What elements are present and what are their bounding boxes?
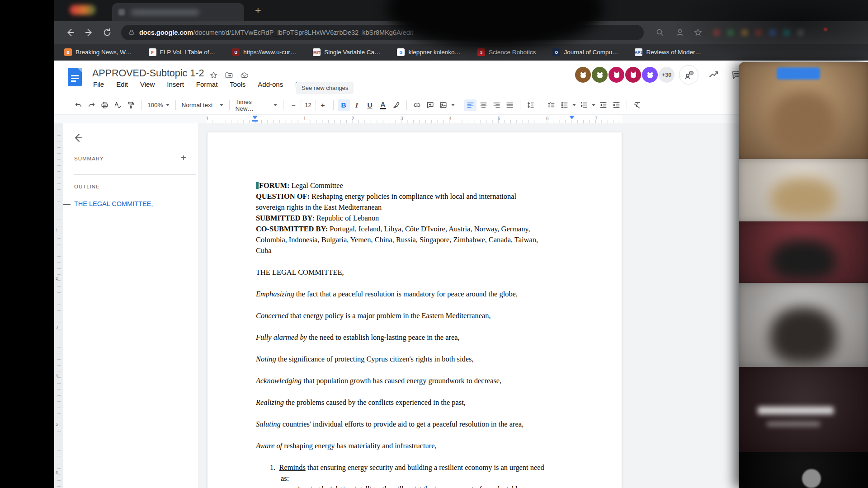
insert-image-button[interactable] [437, 99, 449, 111]
menu-item[interactable]: Tools [230, 80, 245, 88]
redo-button[interactable] [85, 99, 98, 111]
doc-paragraph[interactable]: Fully alarmed by the need to establish l… [256, 332, 573, 343]
new-tab-button[interactable]: + [255, 4, 261, 18]
outline-item[interactable]: THE LEGAL COMMITTEE, [74, 200, 153, 207]
highlight-color-button[interactable] [390, 99, 402, 111]
extension-icon[interactable] [783, 29, 790, 36]
font-size-input[interactable]: 12 [301, 100, 316, 110]
see-new-changes-button[interactable]: See new changes [296, 82, 354, 94]
zoom-select[interactable]: 100% [146, 102, 171, 108]
add-comment-button[interactable] [424, 99, 436, 111]
document-title[interactable]: APPROVED-Subtopic 1-2 [92, 68, 204, 79]
paragraph-style-select[interactable]: Normal text [180, 102, 225, 108]
collaborator-avatar[interactable] [641, 66, 659, 84]
video-call-blue-button[interactable] [777, 67, 820, 80]
checklist-button[interactable] [545, 99, 557, 111]
profile-icon[interactable] [675, 28, 684, 37]
chevron-down-icon[interactable] [451, 104, 455, 106]
align-center-button[interactable] [477, 99, 490, 111]
doc-paragraph[interactable]: Emphasizing the fact that a peaceful res… [256, 289, 573, 300]
doc-paragraph[interactable]: sovereign rights in the East Mediterrane… [256, 202, 573, 213]
bookmark-item[interactable]: G kleppner kolenko… [397, 48, 461, 56]
extension-icon[interactable] [769, 29, 776, 36]
bulleted-list-button[interactable] [558, 99, 571, 111]
docs-logo-icon[interactable] [68, 68, 82, 86]
doc-paragraph[interactable]: Saluting countries' individual efforts t… [256, 419, 573, 430]
align-right-button[interactable] [491, 99, 503, 111]
insert-link-button[interactable] [411, 99, 423, 111]
undo-button[interactable] [72, 99, 85, 111]
doc-paragraph[interactable]: SUBMITTED BY: Republic of Lebanon [256, 213, 573, 224]
doc-paragraph[interactable]: FORUM: Legal Committee [256, 180, 573, 191]
menu-item[interactable]: Add-ons [258, 80, 283, 88]
document-page[interactable]: FORUM: Legal CommitteeQUESTION OF: Resha… [207, 132, 622, 488]
cloud-status-icon[interactable] [240, 71, 249, 80]
doc-paragraph[interactable]: CO-SUBMITTED BY: Portugal, Iceland, Liby… [256, 224, 573, 235]
back-icon[interactable] [65, 28, 75, 38]
bookmark-star-icon[interactable] [693, 28, 703, 37]
document-text[interactable]: FORUM: Legal CommitteeQUESTION OF: Resha… [208, 132, 622, 488]
extension-icon[interactable] [755, 29, 762, 36]
doc-paragraph[interactable]: Aware of reshaping energy has materialit… [256, 441, 573, 451]
italic-button[interactable]: I [351, 99, 363, 111]
collaborator-avatar[interactable] [591, 66, 609, 84]
reload-icon[interactable] [102, 28, 112, 38]
align-left-button[interactable] [464, 99, 476, 111]
chevron-down-icon[interactable] [572, 104, 576, 106]
doc-paragraph[interactable]: THE LEGAL COMMITTEE, [256, 267, 573, 278]
bookmark-item[interactable]: O Journal of Compu… [552, 48, 618, 56]
bold-button[interactable]: B [338, 99, 350, 111]
doc-paragraph[interactable]: Concerned that energy policy is a major … [256, 310, 573, 321]
doc-paragraph[interactable]: QUESTION OF: Reshaping energy policies i… [256, 191, 573, 202]
extension-icon[interactable] [741, 29, 748, 36]
decrease-font-size-button[interactable]: − [288, 99, 300, 111]
doc-paragraph[interactable]: Cuba [256, 245, 573, 256]
trending-icon[interactable] [708, 70, 719, 80]
star-icon[interactable] [209, 71, 218, 80]
bookmark-item[interactable]: B Breaking News, W… [64, 48, 132, 56]
align-justify-button[interactable] [504, 99, 516, 111]
menu-item[interactable]: File [93, 80, 104, 88]
doc-paragraph[interactable]: Acknowledging that population growth has… [256, 375, 573, 386]
menu-item[interactable]: Format [196, 80, 218, 88]
doc-paragraph[interactable]: 1. Reminds that ensuring energy security… [281, 462, 573, 473]
chevron-down-icon[interactable] [592, 104, 595, 106]
decrease-indent-button[interactable] [597, 99, 609, 111]
line-spacing-button[interactable] [524, 99, 537, 111]
indent-marker-bar[interactable] [252, 120, 258, 122]
clear-formatting-button[interactable] [631, 99, 643, 111]
window-controls[interactable] [70, 5, 96, 15]
collaborator-avatar[interactable] [608, 66, 625, 84]
font-select[interactable]: Times New… [234, 99, 279, 112]
search-icon[interactable] [656, 28, 665, 37]
move-folder-icon[interactable] [225, 71, 233, 80]
bookmark-item[interactable]: MIT Single Variable Ca… [313, 48, 380, 56]
numbered-list-button[interactable] [578, 99, 590, 111]
url-bar[interactable]: docs.google.com/document/d/1MTVwEcRdP_lb… [121, 25, 644, 40]
print-button[interactable] [99, 99, 111, 111]
extension-icon[interactable] [727, 29, 734, 36]
extension-icon[interactable] [713, 29, 720, 36]
menu-item[interactable]: View [140, 80, 155, 88]
doc-paragraph[interactable]: Colombia, Indonesia, Bulgaria, Yemen, Ch… [256, 235, 573, 245]
collaborator-overflow-badge[interactable]: +30 [658, 66, 675, 84]
underline-button[interactable]: U [364, 99, 376, 111]
present-to-meeting-button[interactable] [679, 65, 698, 84]
text-color-button[interactable]: A [377, 99, 389, 111]
bookmark-item[interactable]: F FLP Vol. I Table of… [149, 48, 216, 56]
indent-marker[interactable] [252, 116, 258, 119]
menu-item[interactable]: Edit [116, 80, 128, 88]
right-indent-marker[interactable] [569, 116, 575, 119]
increase-font-size-button[interactable]: + [317, 99, 329, 111]
doc-paragraph[interactable]: a) using legislation intelligently will … [304, 484, 573, 488]
video-call-window[interactable] [739, 62, 868, 488]
doc-paragraph[interactable]: Noting the significance of protecting Cy… [256, 354, 573, 365]
paint-format-button[interactable] [125, 99, 137, 111]
bookmark-item[interactable]: U https://www.u-cur… [232, 48, 296, 56]
menu-item[interactable]: Insert [167, 80, 184, 88]
forward-icon[interactable] [84, 28, 94, 38]
increase-indent-button[interactable] [610, 99, 623, 111]
bookmark-item[interactable]: APS Reviews of Moder… [635, 48, 701, 56]
extension-icons[interactable] [713, 29, 804, 36]
collaborator-avatar[interactable] [624, 66, 642, 84]
